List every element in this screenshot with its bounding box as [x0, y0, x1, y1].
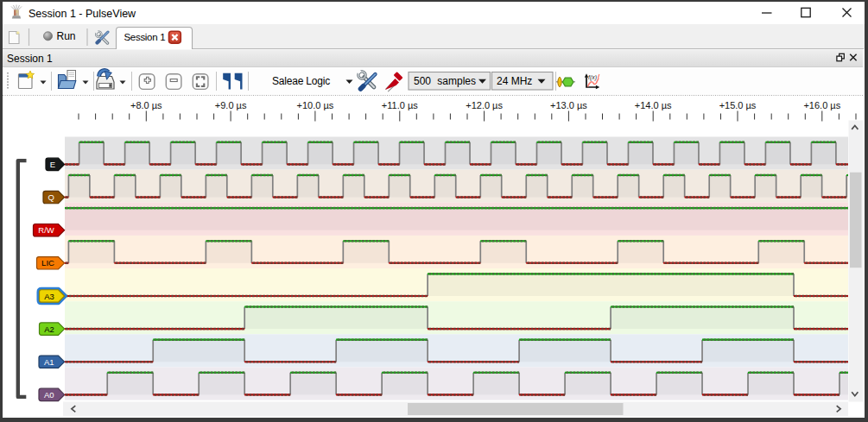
svg-text:+13.0 µs: +13.0 µs	[550, 100, 587, 110]
svg-text:Run: Run	[57, 30, 76, 42]
svg-text:f(x): f(x)	[588, 74, 597, 81]
svg-text:+12.0 µs: +12.0 µs	[466, 100, 503, 110]
svg-text:+16.0 µs: +16.0 µs	[803, 100, 840, 110]
svg-text:+8.0 µs: +8.0 µs	[130, 100, 162, 110]
svg-text:24 MHz: 24 MHz	[497, 75, 532, 87]
svg-text:A3: A3	[44, 292, 54, 301]
svg-text:E: E	[50, 160, 55, 169]
svg-text:+14.0 µs: +14.0 µs	[635, 100, 672, 110]
svg-text:+10.0 µs: +10.0 µs	[297, 100, 334, 110]
svg-text:A0: A0	[44, 390, 54, 400]
svg-text:Session 1: Session 1	[7, 53, 53, 65]
svg-text:+15.0 µs: +15.0 µs	[719, 100, 757, 110]
svg-text:+11.0 µs: +11.0 µs	[382, 100, 418, 110]
svg-text:R/W: R/W	[38, 225, 54, 235]
svg-text:LIC: LIC	[41, 258, 54, 268]
svg-text:Saleae Logic: Saleae Logic	[272, 75, 330, 87]
svg-text:+9.0 µs: +9.0 µs	[215, 100, 247, 110]
svg-text:Session 1 - PulseView: Session 1 - PulseView	[29, 8, 136, 20]
svg-text:500 samples: 500 samples	[414, 75, 476, 87]
svg-text:Session 1: Session 1	[124, 32, 166, 42]
svg-text:Q: Q	[48, 192, 54, 202]
svg-text:A1: A1	[44, 357, 54, 367]
svg-text:A2: A2	[44, 324, 54, 334]
